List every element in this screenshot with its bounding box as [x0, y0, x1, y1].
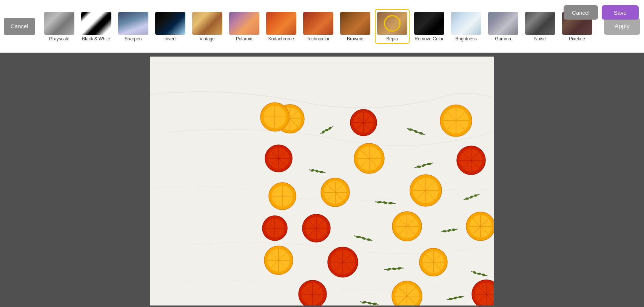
- filter-removecolor-thumb: [414, 12, 444, 35]
- filter-brightness-label: Brightness: [455, 36, 477, 41]
- filter-grayscale-label: Grayscale: [49, 36, 69, 41]
- filter-kodachrome[interactable]: Kodachrome: [264, 9, 299, 44]
- filter-bw[interactable]: Black & White: [79, 9, 114, 44]
- filter-sharpen-thumb: [118, 12, 148, 35]
- filter-vintage-thumb: [192, 12, 222, 35]
- filter-brightness[interactable]: Brightness: [449, 9, 484, 44]
- filter-bw-label: Black & White: [82, 36, 110, 41]
- filter-kodachrome-label: Kodachrome: [268, 36, 294, 41]
- filter-invert-label: Invert: [165, 36, 176, 41]
- filter-vintage-label: Vintage: [199, 36, 214, 41]
- filter-grayscale-thumb: [44, 12, 74, 35]
- svg-point-114: [451, 229, 455, 231]
- filter-pixelate-label: Pixelate: [569, 36, 585, 41]
- filters-list: Grayscale Black & White Sharpen Invert: [42, 9, 600, 44]
- apply-button[interactable]: Apply: [604, 18, 640, 35]
- filter-removecolor-label: Remove Color: [414, 36, 444, 41]
- cancel-left-button[interactable]: Cancel: [4, 18, 35, 35]
- fruit-svg: [150, 57, 494, 305]
- svg-point-28: [408, 128, 413, 130]
- filter-sepia-label: Sepia: [386, 36, 398, 41]
- filter-gamma-thumb: [488, 12, 518, 35]
- filter-polaroid[interactable]: Polaroid: [227, 9, 262, 44]
- filter-technicolor-label: Technicolor: [307, 36, 330, 41]
- filter-brownie[interactable]: Brownie: [338, 9, 373, 44]
- filter-gamma[interactable]: Gamma: [486, 9, 521, 44]
- cancel-corner-button[interactable]: Cancel: [564, 5, 598, 20]
- fruit-image: [150, 57, 494, 305]
- filter-noise[interactable]: Noise: [523, 9, 558, 44]
- filter-polaroid-thumb: [229, 12, 259, 35]
- filter-polaroid-label: Polaroid: [236, 36, 253, 41]
- canvas-area: [0, 53, 644, 307]
- corner-buttons: Cancel Save: [564, 5, 639, 20]
- filter-brownie-label: Brownie: [347, 36, 363, 41]
- save-button[interactable]: Save: [602, 5, 639, 20]
- filter-sepia[interactable]: Sepia: [375, 9, 410, 44]
- filter-toolbar: Cancel Grayscale Black & White Sharpen: [0, 0, 644, 53]
- filter-grayscale[interactable]: Grayscale: [42, 9, 77, 44]
- filter-sepia-thumb: [377, 12, 407, 35]
- filter-brightness-thumb: [451, 12, 481, 35]
- svg-point-143: [477, 273, 481, 275]
- filter-bw-thumb: [81, 12, 111, 35]
- filter-sharpen-label: Sharpen: [125, 36, 142, 41]
- apply-area: Apply: [604, 18, 640, 35]
- filter-noise-label: Noise: [534, 36, 546, 41]
- filter-technicolor-thumb: [303, 12, 333, 35]
- filter-sharpen[interactable]: Sharpen: [116, 9, 151, 44]
- filter-brownie-thumb: [340, 12, 370, 35]
- filter-technicolor[interactable]: Technicolor: [301, 9, 336, 44]
- filter-vintage[interactable]: Vintage: [190, 9, 225, 44]
- image-preview: [150, 57, 494, 305]
- filter-invert-thumb: [155, 12, 185, 35]
- filter-noise-thumb: [525, 12, 555, 35]
- filter-removecolor[interactable]: Remove Color: [412, 9, 447, 44]
- filter-kodachrome-thumb: [266, 12, 296, 35]
- filter-invert[interactable]: Invert: [153, 9, 188, 44]
- filter-gamma-label: Gamma: [495, 36, 511, 41]
